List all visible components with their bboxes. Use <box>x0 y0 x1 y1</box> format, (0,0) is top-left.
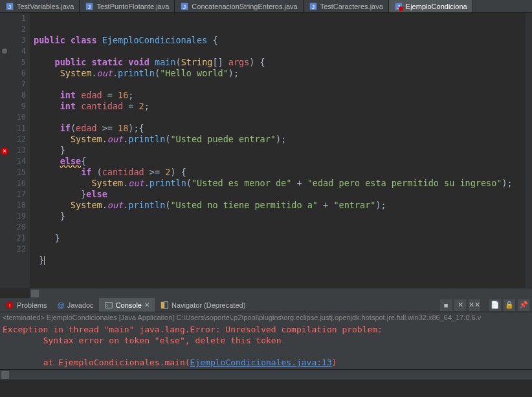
terminate-button[interactable]: ■ <box>440 299 452 311</box>
code-line: }else <box>34 189 107 199</box>
remove-launch-button[interactable]: ✕ <box>454 299 466 311</box>
clear-console-button[interactable]: 📄 <box>489 299 501 311</box>
editor-tabs: JTestVariables.java JTestPuntoFlotante.j… <box>0 0 532 13</box>
navigator-icon <box>160 301 169 310</box>
svg-rect-13 <box>105 302 112 308</box>
tab-label: TestCaracteres.java <box>320 3 383 10</box>
scroll-lock-button[interactable]: 🔒 <box>504 299 515 311</box>
tab-concatenacion[interactable]: JConcatenacionStringEnteros.java <box>175 0 303 12</box>
code-line: } <box>34 145 65 155</box>
code-line: System.out.println("Usted es menor de" +… <box>34 178 513 188</box>
method-marker-icon <box>2 48 7 54</box>
overview-ruler[interactable] <box>526 13 532 288</box>
bottom-panel: !Problems @ Javadoc Console ✕ Navigator … <box>0 298 532 380</box>
console-horizontal-scrollbar[interactable] <box>0 369 532 380</box>
tab-javadoc[interactable]: @ Javadoc <box>52 298 98 312</box>
code-line: if (cantidad >= 2) { <box>34 167 186 177</box>
java-icon: J <box>309 2 318 11</box>
code-line: int edad = 16; <box>34 90 133 100</box>
tab-ejemplocondicionales[interactable]: JEjemploCondiciona <box>389 0 473 12</box>
panel-toolbar: ■ ✕ ✕✕ 📄 🔒 📌 <box>440 299 532 311</box>
svg-point-10 <box>399 6 403 11</box>
code-line: if(edad >= 18);{ <box>34 123 144 133</box>
code-line: public class EjemploCondicionales { <box>34 35 218 45</box>
console-icon <box>104 301 113 310</box>
pin-console-button[interactable]: 📌 <box>518 299 529 311</box>
tab-navigator[interactable]: Navigator (Deprecated) <box>155 298 250 312</box>
java-icon: J <box>85 2 94 11</box>
console-line: Exception in thread "main" java.lang.Err… <box>3 325 388 334</box>
error-marker-icon[interactable]: ✕ <box>1 147 8 155</box>
svg-text:J: J <box>88 3 91 10</box>
problems-icon: ! <box>5 301 14 310</box>
line-numbers: 12345678910111213141516171819202122 <box>10 13 30 288</box>
code-area[interactable]: public class EjemploCondicionales { publ… <box>30 13 532 288</box>
scrollbar-thumb[interactable] <box>31 290 39 297</box>
code-editor[interactable]: ✕ 12345678910111213141516171819202122 pu… <box>0 13 532 288</box>
code-line: public static void main(String[] args) { <box>34 57 265 67</box>
scrollbar-thumb[interactable] <box>1 371 9 379</box>
code-line: System.out.println("Usted puede entrar")… <box>34 134 286 144</box>
java-icon: J <box>5 2 14 11</box>
code-line: else{ <box>34 156 86 166</box>
marker-gutter: ✕ <box>0 13 10 288</box>
code-line: } <box>34 255 45 265</box>
svg-text:!: ! <box>9 302 10 308</box>
code-line: } <box>34 211 65 221</box>
close-icon[interactable]: ✕ <box>144 301 150 308</box>
panel-tabs: !Problems @ Javadoc Console ✕ Navigator … <box>0 298 532 312</box>
svg-rect-15 <box>164 301 168 308</box>
code-line: System.out.println("Usted no tiene permi… <box>34 200 386 210</box>
code-line: System.out.println("Hello world"); <box>34 68 239 78</box>
console-output[interactable]: Exception in thread "main" java.lang.Err… <box>0 323 532 369</box>
horizontal-scrollbar[interactable] <box>30 288 532 298</box>
tab-label: ConcatenacionStringEnteros.java <box>192 3 297 10</box>
javadoc-icon: @ <box>57 301 64 309</box>
remove-all-button[interactable]: ✕✕ <box>469 299 480 311</box>
svg-rect-14 <box>161 301 164 308</box>
tab-label: TestPuntoFlotante.java <box>96 3 169 10</box>
console-line: at EjemploCondicionales.main(EjemploCond… <box>3 358 337 367</box>
code-line: int cantidad = 2; <box>34 101 150 111</box>
tab-testpuntoflotante[interactable]: JTestPuntoFlotante.java <box>80 0 175 12</box>
tab-testvariables[interactable]: JTestVariables.java <box>0 0 80 12</box>
svg-text:J: J <box>8 3 11 10</box>
tab-label: EjemploCondiciona <box>406 3 467 10</box>
tab-console[interactable]: Console ✕ <box>99 298 155 312</box>
java-error-icon: J <box>394 2 403 11</box>
tab-problems[interactable]: !Problems <box>0 298 52 312</box>
code-line: } <box>34 233 60 243</box>
tab-testcaracteres[interactable]: JTestCaracteres.java <box>304 0 389 12</box>
stacktrace-link[interactable]: EjemploCondicionales.java:13 <box>190 358 332 367</box>
console-header: <terminated> EjemploCondicionales [Java … <box>0 312 532 323</box>
svg-text:J: J <box>311 3 314 10</box>
java-icon: J <box>180 2 189 11</box>
svg-text:J: J <box>183 3 186 10</box>
console-line: Syntax error on token "else", delete thi… <box>3 336 281 345</box>
tab-label: TestVariables.java <box>17 3 74 10</box>
text-cursor <box>44 256 45 265</box>
